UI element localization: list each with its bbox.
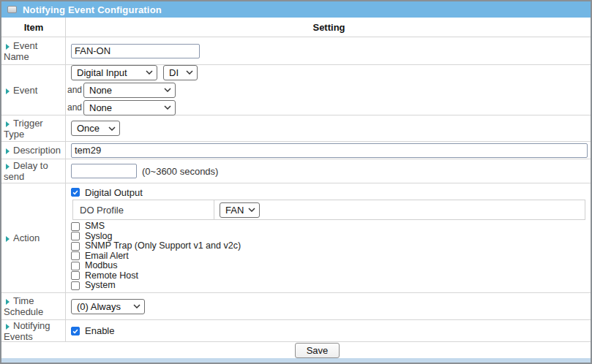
header-item: Item [1, 18, 66, 37]
modbus-checkbox[interactable] [71, 262, 80, 270]
digital-output-label: Digital Output [85, 187, 143, 198]
event-name-input[interactable] [71, 44, 200, 58]
and-label: and [67, 102, 83, 113]
table-header-row: Item Setting [1, 18, 591, 37]
event-subtype-select[interactable]: DI [163, 65, 198, 80]
enable-label: Enable [85, 325, 114, 336]
row-trigger-type: Trigger Type Once [1, 115, 591, 141]
delay-hint: (0~3600 seconds) [142, 166, 218, 177]
row-label-trigger-type: Trigger Type [4, 118, 64, 140]
action-option-modbus: Modbus [71, 261, 591, 271]
checkmark-icon [72, 327, 79, 335]
row-time-schedule: Time Schedule (0) Always [1, 292, 591, 319]
page-title: Notifying Event Configuration [23, 4, 162, 15]
bullet-arrow-icon [6, 44, 10, 50]
snmp-trap-checkbox[interactable] [71, 242, 80, 251]
row-event: Event Digital Input DI and [1, 64, 591, 115]
action-option-remote-host: Remote Host [71, 271, 591, 281]
enable-checkbox[interactable] [71, 327, 80, 335]
action-option-system: System [71, 281, 591, 291]
title-bar: Notifying Event Configuration [1, 1, 591, 18]
bullet-arrow-icon [6, 164, 10, 170]
checkmark-icon [72, 189, 79, 196]
row-label-event: Event [4, 85, 37, 96]
action-option-syslog: Syslog [71, 232, 591, 242]
do-profile-select[interactable]: FAN [220, 202, 260, 218]
row-label-action: Action [4, 232, 40, 243]
event-and1-select[interactable]: None [83, 83, 176, 98]
header-setting: Setting [66, 18, 591, 37]
bullet-arrow-icon [6, 88, 10, 94]
chevron-down-icon [248, 208, 255, 212]
row-action: Action Digital Output DO Profile FAN [1, 183, 591, 292]
section-icon [7, 6, 17, 13]
chevron-down-icon [108, 126, 116, 131]
row-notifying-events: Notifying Events Enable [1, 319, 591, 341]
row-label-event-name: Event Name [4, 40, 64, 62]
bullet-arrow-icon [6, 121, 10, 127]
sms-checkbox[interactable] [71, 222, 80, 231]
do-profile-subtable: DO Profile FAN [72, 200, 585, 220]
chevron-down-icon [164, 105, 171, 110]
row-label-description: Description [4, 145, 61, 156]
chevron-down-icon [146, 70, 153, 75]
bullet-arrow-icon [6, 148, 10, 154]
action-option-snmp-trap: SNMP Trap (Only Support v1 and v2c) [71, 241, 591, 251]
save-button[interactable]: Save [295, 343, 340, 358]
chevron-down-icon [186, 70, 193, 75]
event-type-select[interactable]: Digital Input [71, 65, 157, 80]
row-event-name: Event Name [1, 37, 591, 64]
row-label-delay-to-send: Delay to send [4, 160, 64, 182]
bullet-arrow-icon [6, 299, 10, 305]
chevron-down-icon [133, 304, 140, 308]
bullet-arrow-icon [6, 236, 10, 242]
digital-output-checkbox[interactable] [71, 188, 80, 197]
description-input[interactable] [71, 143, 588, 158]
row-label-time-schedule: Time Schedule [4, 295, 64, 317]
delay-to-send-input[interactable] [71, 164, 137, 178]
row-label-notifying-events: Notifying Events [4, 320, 64, 342]
time-schedule-select[interactable]: (0) Always [71, 299, 145, 314]
save-row: Save [1, 341, 591, 358]
bullet-arrow-icon [6, 324, 10, 330]
row-delay-to-send: Delay to send (0~3600 seconds) [1, 159, 591, 183]
chevron-down-icon [164, 88, 171, 92]
page-background-strip [1, 358, 591, 363]
action-option-email-alert: Email Alert [71, 251, 591, 262]
settings-table: Item Setting Event Name Event Digital In… [1, 18, 591, 358]
trigger-type-select[interactable]: Once [71, 121, 120, 136]
and-label: and [67, 85, 83, 95]
email-alert-checkbox[interactable] [71, 251, 80, 260]
action-option-sms: SMS [71, 221, 591, 232]
event-and2-select[interactable]: None [83, 100, 176, 115]
notifying-event-configuration-window: Notifying Event Configuration Item Setti… [0, 0, 592, 364]
do-profile-label: DO Profile [73, 200, 214, 219]
row-description: Description [1, 141, 591, 159]
syslog-checkbox[interactable] [71, 232, 80, 240]
system-checkbox[interactable] [71, 281, 80, 290]
remote-host-checkbox[interactable] [71, 271, 80, 280]
